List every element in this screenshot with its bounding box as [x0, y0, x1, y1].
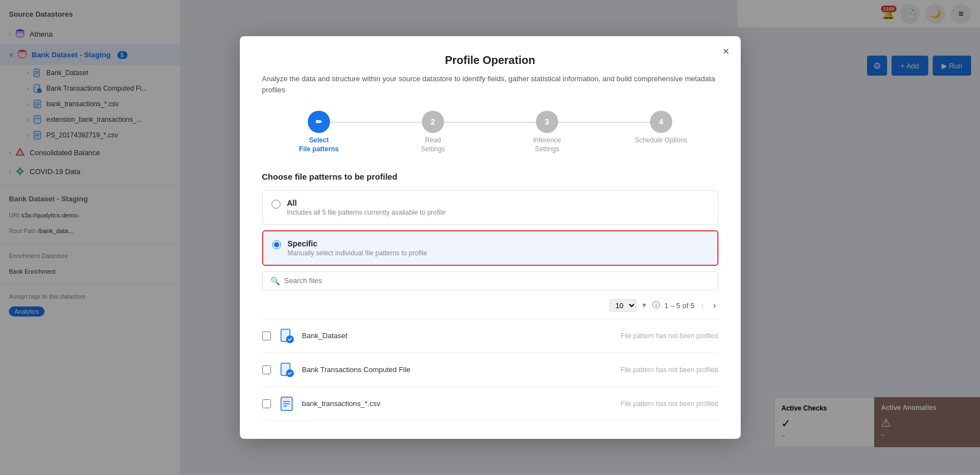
file-icon-1 — [278, 327, 296, 345]
per-page-select[interactable]: 10 25 50 — [609, 299, 637, 312]
radio-all-input[interactable] — [272, 200, 280, 209]
file-status-3: File pattern has not been profiled — [620, 400, 718, 408]
modal-overlay: × Profile Operation Analyze the data and… — [0, 0, 980, 475]
step-4-label: Schedule Options — [635, 136, 688, 145]
prev-page-button[interactable]: ‹ — [699, 299, 706, 311]
search-box: 🔍 — [262, 271, 718, 290]
table-row: bank_transactions_*.csv File pattern has… — [262, 387, 718, 421]
step-2-circle: 2 — [422, 111, 444, 133]
radio-specific-option[interactable]: Specific Manually select individual file… — [262, 230, 718, 266]
search-icon: 🔍 — [270, 276, 280, 285]
step-1: ✏ SelectFile patterns — [262, 111, 376, 154]
page-info: 1 – 5 of 5 — [664, 301, 695, 310]
radio-all-title: All — [287, 199, 446, 207]
radio-all-desc: Includes all 5 file patterns currently a… — [287, 209, 446, 216]
radio-specific-title: Specific — [288, 239, 427, 248]
modal-close-button[interactable]: × — [723, 45, 730, 58]
step-3: 3 InferenceSettings — [490, 111, 604, 154]
file-checkbox-1[interactable] — [262, 331, 271, 340]
step-3-label: InferenceSettings — [533, 136, 561, 154]
step-4-circle: 4 — [650, 111, 672, 133]
file-checkbox-3[interactable] — [262, 399, 271, 408]
step-1-circle: ✏ — [308, 111, 330, 133]
table-row: Bank Transactions Computed File File pat… — [262, 353, 718, 387]
table-row: Bank_Dataset File pattern has not been p… — [262, 319, 718, 353]
pagination-bar: 10 25 50 ▼ ⓘ 1 – 5 of 5 ‹ › — [262, 299, 718, 312]
section-heading: Choose file patterns to be profiled — [262, 172, 718, 181]
next-page-button[interactable]: › — [711, 299, 718, 311]
profile-operation-modal: × Profile Operation Analyze the data and… — [240, 36, 741, 438]
step-4: 4 Schedule Options — [604, 111, 718, 145]
step-2-label: ReadSettings — [421, 136, 445, 154]
step-2: 2 ReadSettings — [376, 111, 490, 154]
steps-container: ✏ SelectFile patterns 2 ReadSettings 3 I… — [262, 111, 718, 154]
file-icon-2 — [278, 361, 296, 379]
file-name-3: bank_transactions_*.csv — [302, 399, 614, 408]
radio-specific-input[interactable] — [272, 240, 281, 249]
help-icon[interactable]: ⓘ — [652, 300, 660, 310]
file-status-1: File pattern has not been profiled — [620, 332, 718, 340]
file-status-2: File pattern has not been profiled — [620, 366, 718, 374]
chevron-down-icon: ▼ — [641, 301, 648, 309]
search-input[interactable] — [284, 276, 710, 285]
modal-subtitle: Analyze the data and structure within yo… — [262, 73, 718, 95]
file-name-1: Bank_Dataset — [302, 331, 614, 340]
file-icon-3 — [278, 395, 296, 413]
file-checkbox-2[interactable] — [262, 365, 271, 374]
step-3-circle: 3 — [536, 111, 558, 133]
file-list: Bank_Dataset File pattern has not been p… — [262, 319, 718, 421]
modal-title: Profile Operation — [262, 54, 718, 67]
radio-specific-desc: Manually select individual file patterns… — [288, 249, 427, 257]
radio-all-option[interactable]: All Includes all 5 file patterns current… — [262, 190, 718, 225]
step-1-label: SelectFile patterns — [299, 136, 338, 154]
file-name-2: Bank Transactions Computed File — [302, 365, 614, 374]
